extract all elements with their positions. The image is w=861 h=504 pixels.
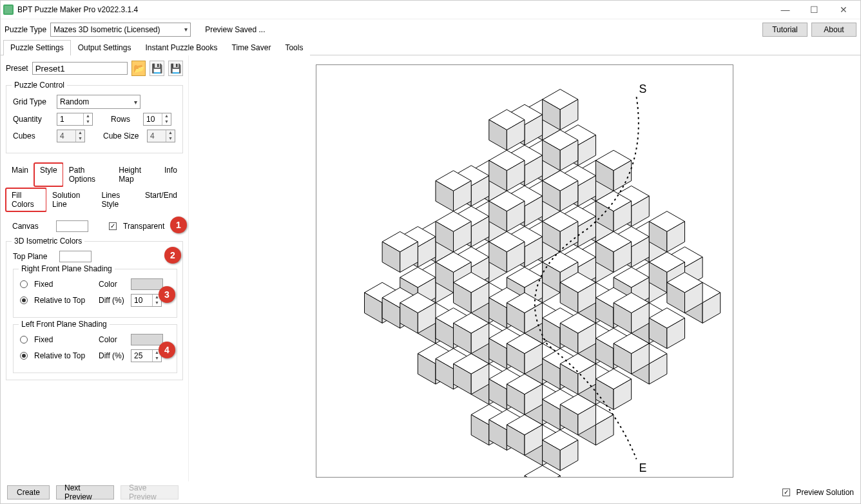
titlebar: BPT Puzzle Maker Pro v2022.3.1.4 — ☐ ✕ — [1, 1, 860, 19]
left-fixed-radio[interactable] — [20, 336, 28, 344]
annotation-badge-3: 3 — [159, 286, 175, 303]
minimize-button[interactable]: — — [771, 1, 800, 19]
settings-tab-strip: Main Style Path Options Height Map Info — [6, 162, 183, 186]
transparent-checkbox[interactable] — [109, 222, 117, 230]
about-button[interactable]: About — [811, 23, 856, 37]
puzzle-type-select[interactable]: Mazes 3D Isometric (Licensed) ▾ — [50, 23, 191, 37]
puzzle-control-legend: Puzzle Control — [12, 81, 67, 90]
tab-tools[interactable]: Tools — [278, 40, 310, 55]
save-as-icon[interactable]: 💾 — [168, 61, 183, 76]
tab-time-saver[interactable]: Time Saver — [225, 40, 278, 55]
tab-puzzle-settings[interactable]: Puzzle Settings — [3, 40, 71, 55]
subtab-height-map[interactable]: Height Map — [113, 163, 159, 186]
preset-label: Preset — [6, 64, 28, 73]
top-plane-label: Top Plane — [13, 252, 53, 261]
grid-type-label: Grid Type — [13, 97, 50, 106]
right-fixed-radio[interactable] — [20, 280, 28, 288]
footer-bar: Create Next Preview Save Preview Preview… — [1, 481, 860, 503]
status-text: Preview Saved ... — [205, 25, 265, 34]
puzzle-type-label: Puzzle Type — [5, 25, 46, 34]
subtab-fill-colors[interactable]: Fill Colors — [6, 188, 46, 211]
left-diff-stepper[interactable]: ▲▼ — [131, 349, 162, 362]
maximize-button[interactable]: ☐ — [800, 1, 829, 19]
create-button[interactable]: Create — [7, 485, 50, 499]
save-preview-button: Save Preview — [121, 485, 179, 499]
save-icon[interactable]: 💾 — [150, 61, 164, 76]
rows-stepper[interactable]: ▲▼ — [143, 113, 171, 126]
right-fixed-label: Fixed — [34, 280, 92, 289]
cube-size-stepper: ▲▼ — [147, 130, 175, 142]
window-title: BPT Puzzle Maker Pro v2022.3.1.4 — [17, 5, 771, 14]
right-shading-group: Right Front Plane Shading Fixed Color Re… — [13, 269, 177, 318]
right-diff-stepper[interactable]: ▲▼ — [131, 294, 162, 307]
right-shading-legend: Right Front Plane Shading — [19, 264, 115, 273]
tab-instant-puzzle-books[interactable]: Instant Puzzle Books — [138, 40, 224, 55]
left-shading-group: Left Front Plane Shading Fixed Color Rel… — [13, 324, 177, 373]
preview-solution-label: Preview Solution — [797, 488, 854, 497]
annotation-badge-1: 1 — [170, 217, 187, 233]
preview-area: S E — [189, 55, 860, 481]
app-icon — [3, 5, 14, 15]
grid-type-select[interactable]: Random▾ — [57, 95, 140, 109]
subtab-lines-style[interactable]: Lines Style — [95, 188, 139, 211]
top-plane-swatch[interactable] — [59, 251, 92, 262]
subtab-main[interactable]: Main — [6, 163, 34, 186]
subtab-path-options[interactable]: Path Options — [63, 163, 113, 186]
right-relative-radio[interactable] — [20, 296, 28, 304]
start-marker: S — [639, 82, 647, 95]
canvas-color-swatch[interactable] — [56, 220, 88, 232]
iso-colors-group: 3D Isometric Colors Top Plane 2 Right Fr… — [6, 241, 183, 380]
subtab-solution-line[interactable]: Solution Line — [46, 188, 96, 211]
right-color-swatch[interactable] — [131, 278, 163, 290]
transparent-label: Transparent — [123, 222, 164, 231]
left-diff-label: Diff (%) — [99, 351, 124, 360]
tutorial-button[interactable]: Tutorial — [762, 23, 808, 37]
tab-output-settings[interactable]: Output Settings — [71, 40, 139, 55]
right-color-label: Color — [99, 280, 124, 289]
annotation-badge-4: 4 — [159, 342, 175, 358]
puzzle-type-value: Mazes 3D Isometric (Licensed) — [53, 25, 160, 34]
left-color-swatch[interactable] — [131, 334, 163, 345]
close-button[interactable]: ✕ — [829, 1, 858, 19]
canvas-label: Canvas — [12, 222, 50, 231]
chevron-down-icon: ▾ — [184, 26, 188, 33]
preset-input[interactable] — [32, 62, 128, 75]
quantity-stepper[interactable]: ▲▼ — [57, 113, 93, 126]
left-relative-radio[interactable] — [20, 352, 28, 360]
subtab-info[interactable]: Info — [159, 163, 183, 186]
end-marker: E — [639, 461, 647, 474]
left-fixed-label: Fixed — [34, 335, 92, 344]
main-tab-strip: Puzzle Settings Output Settings Instant … — [1, 39, 860, 55]
subtab-style[interactable]: Style — [34, 163, 63, 186]
open-folder-icon[interactable]: 📂 — [131, 61, 146, 76]
puzzle-control-group: Puzzle Control Grid Type Random▾ Quantit… — [6, 85, 183, 153]
rows-label: Rows — [111, 115, 137, 124]
left-color-label: Color — [99, 335, 124, 344]
cube-size-label: Cube Size — [103, 131, 140, 141]
next-preview-button[interactable]: Next Preview — [56, 485, 114, 499]
cubes-label: Cubes — [13, 131, 50, 141]
subtab-start-end[interactable]: Start/End — [139, 188, 183, 211]
right-relative-label: Relative to Top — [34, 296, 92, 305]
style-tab-strip: Fill Colors Solution Line Lines Style St… — [6, 188, 183, 211]
annotation-badge-2: 2 — [164, 247, 181, 264]
preview-solution-checkbox[interactable] — [782, 489, 790, 496]
left-panel: Preset 📂 💾 💾 Puzzle Control Grid Type Ra… — [1, 55, 189, 481]
maze-preview-canvas: S E — [316, 64, 733, 478]
left-relative-label: Relative to Top — [34, 351, 92, 360]
iso-colors-legend: 3D Isometric Colors — [12, 237, 84, 246]
cubes-stepper: ▲▼ — [57, 130, 85, 142]
right-diff-label: Diff (%) — [99, 296, 124, 305]
top-toolbar: Puzzle Type Mazes 3D Isometric (Licensed… — [1, 19, 860, 39]
quantity-label: Quantity — [13, 115, 50, 124]
left-shading-legend: Left Front Plane Shading — [19, 320, 110, 329]
chevron-down-icon: ▾ — [134, 99, 137, 106]
